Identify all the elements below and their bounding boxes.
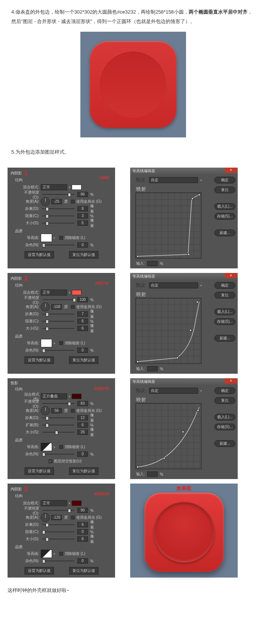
save-button[interactable]: 存储(S)... [214,213,235,220]
inner-shadow-panel-2: 内阴影2 结构 #f6574c 混合模式:正常▾ 不透明度(O):100% 角度… [8,273,115,374]
reset-button[interactable]: 复位 [214,186,235,193]
noise-slider[interactable] [42,245,74,245]
new-button[interactable]: 新建... [214,230,235,236]
drop-shadow-panel: 投影 结构 #3d0705 混合模式(B):正片叠底▾ 不透明度(O):83% … [8,378,115,479]
global-light-checkbox[interactable] [71,200,75,203]
color-swatch[interactable] [72,185,81,190]
color-swatch[interactable] [72,290,81,295]
color-hex-label: #ffffff [99,176,109,180]
choke-slider[interactable] [42,216,74,216]
opacity-slider[interactable] [42,194,74,195]
size-slider[interactable] [42,223,74,223]
ok-button[interactable]: 确定 [214,177,235,183]
inner-shadow-panel-3: 内阴影3 结构 #560104 混合模式:正常▾ 不透明度(O):90% 角度(… [8,484,115,578]
close-icon[interactable]: × [225,378,237,384]
set-default-button[interactable]: 设置为默认值 [25,251,54,259]
angle-input[interactable]: -25 [51,199,62,204]
step5-text: 5.为外包边添加图层样式。 [11,149,255,156]
contour-graph[interactable] [135,193,201,259]
contour-editor-1: 等高线编辑器× 预设:自定▾ 映射 输入:% 确定 复位 载入(L)... 存储… [130,168,238,268]
hero-preview [11,32,255,137]
close-icon[interactable]: × [225,273,237,278]
outro-text: 这样时钟的外壳框就做好啦~ [8,587,258,594]
preset-select[interactable]: 自定 [149,177,198,183]
contour-editor-2: 等高线编辑器× 预设:自定▾ 映射 输入:% 确定复位 载入(L)...存储(S… [130,273,238,374]
restore-default-button[interactable]: 复位为默认值 [69,251,98,259]
close-icon[interactable]: × [225,168,237,173]
opacity-input[interactable]: 86 [77,192,88,197]
contour-picker[interactable] [41,234,52,242]
knockout-checkbox[interactable]: ✓ [49,459,52,463]
contour-editor-3: 等高线编辑器× 预设:自定▾ 映射 输入:% 确定复位 载入(L)...存储(S… [130,378,238,479]
load-button[interactable]: 载入(L)... [214,203,235,210]
color-swatch[interactable] [72,394,81,399]
blend-mode-select[interactable]: 正常 [41,184,67,190]
inner-shadow-panel-1: 内阴影1 结构 #ffffff 混合模式:正常▾ 不透明度(O):86% 角度(… [8,168,115,268]
color-swatch[interactable] [72,501,81,506]
result-preview: 效果图 [130,484,238,578]
distance-slider[interactable] [42,208,74,209]
angle-dial[interactable] [41,197,50,206]
antialias-checkbox[interactable] [59,236,63,240]
step4-text: 4.做表盘的外包边，绘制一个302*302的大圆颜色#ce3232，再绘制258… [11,8,255,26]
